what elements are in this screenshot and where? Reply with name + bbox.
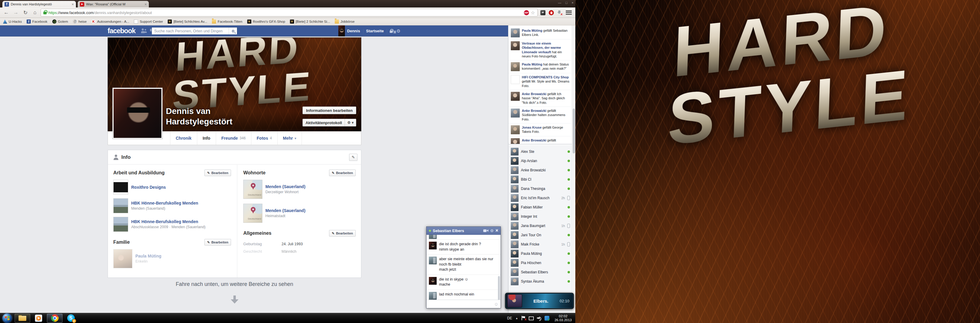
edit-work-button[interactable]: ✎Bearbeiten <box>204 169 231 176</box>
start-button[interactable] <box>2 313 12 323</box>
back-button[interactable]: ← <box>2 10 10 16</box>
friend-requests-icon[interactable] <box>141 29 147 33</box>
settings-gear-icon[interactable]: ⚙ <box>396 29 401 34</box>
language-indicator[interactable]: DE <box>507 316 512 320</box>
taskbar-chrome-button[interactable] <box>47 314 62 323</box>
ticker-item[interactable]: Jonas Kruse gefällt George Takeis Foto. <box>508 123 571 136</box>
bookmark-item[interactable]: Facebook <box>27 19 48 24</box>
bookmark-item[interactable]: U-Hacks <box>3 19 22 24</box>
search-button[interactable] <box>229 27 237 34</box>
skype-notification-toast[interactable]: Elbers. 02:10 <box>505 293 574 309</box>
tab-close-icon[interactable]: × <box>72 2 74 6</box>
work-entry-link[interactable]: HBK Hönne-Berufskolleg Menden <box>131 200 198 206</box>
extension-icon[interactable] <box>556 9 563 16</box>
chat-contact-row[interactable]: Fabian Müller <box>508 203 571 212</box>
chat-contact-row[interactable]: Alex Ste <box>508 147 571 156</box>
place-link[interactable]: Menden (Sauerland) <box>266 184 305 189</box>
bookmark-item[interactable]: [Biete] 2 Schlichte Si... <box>290 19 330 24</box>
chat-contact-row[interactable]: Pia Höschen <box>508 258 571 267</box>
video-call-icon[interactable] <box>483 229 488 232</box>
privacy-shortcuts-icon[interactable] <box>390 29 390 33</box>
network-icon[interactable] <box>529 316 533 320</box>
edit-info-button[interactable]: Informationen bearbeiten <box>302 107 356 114</box>
bookmark-star-icon[interactable]: ☆ <box>531 10 535 16</box>
chat-scrollbar-thumb[interactable] <box>498 276 500 300</box>
address-bar[interactable]: https://www.facebook.com/dennis.vanhards… <box>41 9 538 16</box>
bookmark-item[interactable]: Facebook-Titten <box>212 19 242 24</box>
profile-nav-tab[interactable]: Chronik <box>170 131 197 145</box>
chat-contact-row[interactable]: Paula Müting <box>508 249 571 258</box>
edit-pencil-button[interactable]: ✎ <box>349 154 358 161</box>
ticker-item[interactable]: Paula Müting hat deinen Status kommentie… <box>508 61 571 73</box>
home-button[interactable]: ⌂ <box>31 10 39 16</box>
facebook-logo[interactable]: facebook <box>108 27 135 35</box>
chat-contact-row[interactable]: Integer Int <box>508 212 571 221</box>
sidebar-scrollbar[interactable] <box>572 26 575 313</box>
adblock-icon[interactable]: ABP <box>524 10 529 15</box>
work-entry-link[interactable]: Roxithro Designs <box>131 184 166 190</box>
ticker-item[interactable]: Anke Browatzki gefällt Südländer halten … <box>508 107 571 123</box>
profile-nav-tab[interactable]: Mehr ▾ <box>278 131 302 145</box>
bookmark-item[interactable]: Autosendungen - A... <box>91 19 129 24</box>
edit-general-button[interactable]: ✎Bearbeiten <box>329 230 356 237</box>
chrome-menu-icon[interactable] <box>566 10 572 14</box>
edit-places-button[interactable]: ✎Bearbeiten <box>329 169 356 176</box>
bookmark-item[interactable]: [Biete] Schlichtes Av... <box>168 19 207 24</box>
taskbar-mediaplayer-button[interactable] <box>31 314 46 323</box>
header-home-link[interactable]: Startseite <box>366 29 384 33</box>
bookmark-item[interactable]: Jobbörse <box>335 19 355 24</box>
search-input[interactable] <box>152 29 229 33</box>
extension-icon[interactable] <box>548 9 554 16</box>
profile-nav-tab[interactable]: Freunde 346 <box>216 131 251 145</box>
chat-settings-icon[interactable]: ⚙ <box>490 229 494 233</box>
work-entry-link[interactable]: HBK Hönne-Berufskolleg Menden <box>131 219 205 224</box>
close-button[interactable]: × <box>572 1 574 5</box>
chat-contact-row[interactable]: Eric Ist'im Rausch 2h <box>508 193 571 203</box>
profile-nav-tab[interactable]: Info <box>197 131 216 145</box>
taskbar-explorer-button[interactable] <box>14 314 30 323</box>
chat-contact-row[interactable]: Anke Browatzki <box>508 165 571 175</box>
chat-contact-row[interactable]: Jani Tour On <box>508 230 571 240</box>
header-avatar[interactable] <box>338 26 345 37</box>
taskbar-skype-button[interactable]: S2 <box>63 314 79 323</box>
tray-clock[interactable]: 02:02 26.03.2013 <box>553 314 574 322</box>
minimize-button[interactable]: — <box>558 1 561 5</box>
dropbox-icon[interactable] <box>544 316 549 321</box>
browser-tab-inactive[interactable]: Wax: "Rosana" (Official M × <box>78 1 149 8</box>
scrollbar-thumb[interactable] <box>573 109 575 154</box>
ticker-item[interactable]: Anke Browatzki gefällt Ich hasse "Aha". … <box>508 90 571 107</box>
action-center-icon[interactable]: x <box>521 316 525 320</box>
ticker-item[interactable]: HIFI COMPONENTS City Shop gefällt Mr. St… <box>508 73 571 90</box>
chat-close-icon[interactable]: × <box>496 228 498 233</box>
bookmark-item[interactable]: Roxithro's GFX-Shop <box>247 19 285 24</box>
extension-icon[interactable] <box>539 9 546 16</box>
volume-icon[interactable] <box>537 316 541 320</box>
chat-contact-row[interactable]: Jana Baumgart 1h <box>508 221 571 230</box>
scroll-down-arrow-button[interactable] <box>231 296 239 304</box>
chat-contact-row[interactable]: Sebastian Elbers <box>508 267 571 277</box>
place-link[interactable]: Menden (Sauerland) <box>266 208 305 213</box>
maximize-button[interactable]: □ <box>565 1 568 5</box>
ticker-item[interactable]: Paula Müting gefällt Sebastian Elbers Li… <box>508 27 571 40</box>
chat-contact-row[interactable]: Maik Fricke 1h <box>508 240 571 249</box>
reload-button[interactable]: ↻ <box>22 10 29 16</box>
chat-message-input[interactable] <box>429 302 494 306</box>
chat-contact-row[interactable]: Alp Arslan <box>508 156 571 165</box>
profile-nav-tab[interactable]: Fotos 4 <box>251 131 278 145</box>
tray-expand-icon[interactable]: ▲ <box>515 317 518 320</box>
header-profile-link[interactable]: Dennis <box>347 29 360 33</box>
bookmark-item[interactable]: heise <box>73 19 87 24</box>
forward-button[interactable]: → <box>12 10 20 16</box>
edit-family-button[interactable]: ✎Bearbeiten <box>204 239 231 246</box>
activity-log-button[interactable]: Aktivitätenprotokoll ⚙▾ <box>302 119 356 126</box>
emoticon-icon[interactable]: ☺ <box>494 301 498 307</box>
chat-window-titlebar[interactable]: Sebastian Elbers ⚙ × <box>426 227 501 235</box>
family-member-link[interactable]: Paula Müting <box>135 253 161 259</box>
tab-close-icon[interactable]: × <box>144 2 147 6</box>
ticker-item[interactable]: Anke Browatzki gefällt <box>508 136 571 144</box>
chat-contact-row[interactable]: Syntax Äkuma <box>508 277 571 286</box>
chat-contact-row[interactable]: Dana Thesinga <box>508 184 571 193</box>
bookmark-item[interactable]: Support Center <box>134 19 163 24</box>
bookmark-item[interactable]: Golem <box>52 19 68 24</box>
chat-contact-row[interactable]: Bibi Cl <box>508 175 571 184</box>
